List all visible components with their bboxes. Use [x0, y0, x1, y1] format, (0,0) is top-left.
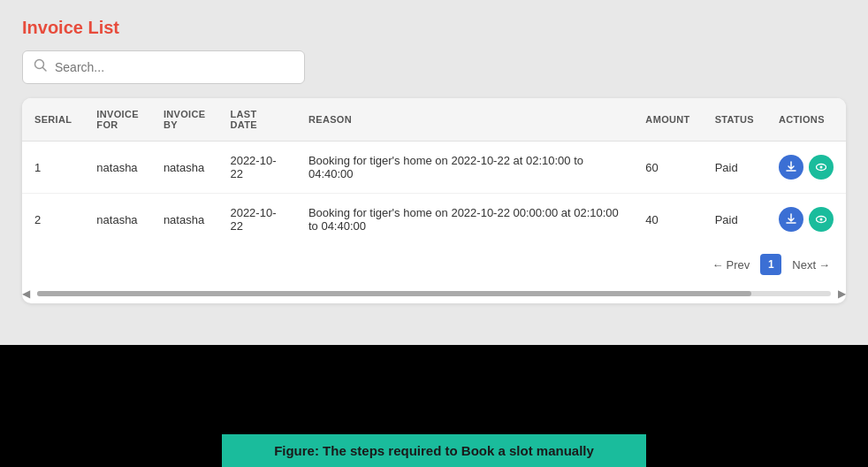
scrollbar-row: ◀ ▶ [22, 284, 846, 303]
next-button[interactable]: Next → [788, 256, 834, 273]
cell-serial: 2 [22, 194, 84, 246]
prev-label: Prev [727, 258, 750, 272]
figure-caption: Figure: The steps required to Book a slo… [222, 434, 646, 467]
col-status: STATUS [703, 98, 766, 142]
table-row: 1natashanatasha2022-10-22Booking for tig… [22, 142, 846, 194]
cell-last-date: 2022-10-22 [217, 194, 296, 246]
cell-invoice-for: natasha [84, 194, 151, 246]
scroll-left-icon[interactable]: ◀ [22, 287, 30, 300]
svg-line-1 [43, 68, 47, 72]
prev-arrow-icon: ← [712, 258, 724, 272]
scroll-right-icon[interactable]: ▶ [838, 287, 846, 300]
invoice-table: SERIAL INVOICEFOR INVOICEBY LAST DATE RE… [22, 98, 846, 245]
download-button[interactable] [779, 155, 803, 180]
cell-serial: 1 [22, 142, 84, 194]
col-serial: SERIAL [22, 98, 84, 142]
cell-invoice-for: natasha [84, 142, 151, 194]
page-title: Invoice List [22, 18, 846, 38]
table-row: 2natashanatasha2022-10-22Booking for tig… [22, 194, 846, 246]
view-button[interactable] [809, 207, 834, 232]
col-reason: REASON [296, 98, 633, 142]
view-button[interactable] [809, 155, 834, 180]
col-last-date: LAST DATE [217, 98, 296, 142]
col-actions: ACTIONS [766, 98, 846, 142]
download-button[interactable] [779, 207, 803, 232]
cell-amount: 60 [633, 142, 702, 194]
search-input[interactable] [55, 60, 293, 74]
svg-point-5 [819, 218, 822, 221]
scrollbar-thumb [37, 291, 751, 296]
search-icon [34, 58, 48, 76]
cell-status: Paid [703, 142, 766, 194]
cell-actions [766, 142, 846, 194]
cell-last-date: 2022-10-22 [217, 142, 296, 194]
cell-amount: 40 [633, 194, 702, 246]
next-label: Next [792, 258, 816, 272]
cell-actions [766, 194, 846, 246]
next-arrow-icon: → [819, 258, 830, 272]
cell-reason: Booking for tiger's home on 2022-10-22 0… [296, 194, 633, 246]
prev-button[interactable]: ← Prev [709, 256, 754, 273]
search-wrapper [22, 50, 846, 84]
cell-invoice-by: natasha [151, 142, 218, 194]
invoice-table-card: SERIAL INVOICEFOR INVOICEBY LAST DATE RE… [22, 98, 846, 303]
pagination-row: ← Prev 1 Next → [22, 245, 846, 284]
svg-point-3 [819, 166, 822, 169]
cell-reason: Booking for tiger's home on 2022-10-22 a… [296, 142, 633, 194]
scrollbar-track[interactable] [37, 291, 831, 296]
cell-status: Paid [703, 194, 766, 246]
table-header-row: SERIAL INVOICEFOR INVOICEBY LAST DATE RE… [22, 98, 846, 142]
search-box [22, 50, 305, 84]
cell-invoice-by: natasha [151, 194, 218, 246]
col-amount: AMOUNT [633, 98, 702, 142]
current-page: 1 [760, 254, 781, 275]
col-invoice-by: INVOICEBY [151, 98, 218, 142]
col-invoice-for: INVOICEFOR [84, 98, 151, 142]
